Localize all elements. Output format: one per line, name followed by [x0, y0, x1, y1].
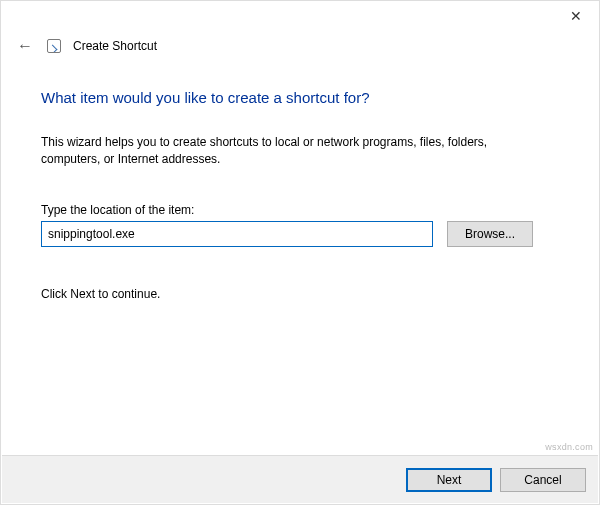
location-row: Browse... — [41, 221, 559, 247]
cancel-button[interactable]: Cancel — [500, 468, 586, 492]
location-label: Type the location of the item: — [41, 203, 559, 217]
back-arrow-icon[interactable]: ← — [15, 37, 35, 55]
explain-text: This wizard helps you to create shortcut… — [41, 134, 511, 169]
next-button[interactable]: Next — [406, 468, 492, 492]
wizard-content: What item would you like to create a sho… — [1, 61, 599, 301]
location-input[interactable] — [41, 221, 433, 247]
shortcut-icon — [47, 39, 61, 53]
title-bar: ✕ — [1, 1, 599, 31]
wizard-title: Create Shortcut — [73, 39, 157, 53]
watermark: wsxdn.com — [545, 442, 593, 452]
wizard-footer: Next Cancel — [2, 455, 598, 503]
wizard-header: ← Create Shortcut — [1, 31, 599, 61]
browse-button[interactable]: Browse... — [447, 221, 533, 247]
continue-text: Click Next to continue. — [41, 287, 559, 301]
close-icon[interactable]: ✕ — [553, 1, 599, 31]
page-heading: What item would you like to create a sho… — [41, 89, 559, 106]
